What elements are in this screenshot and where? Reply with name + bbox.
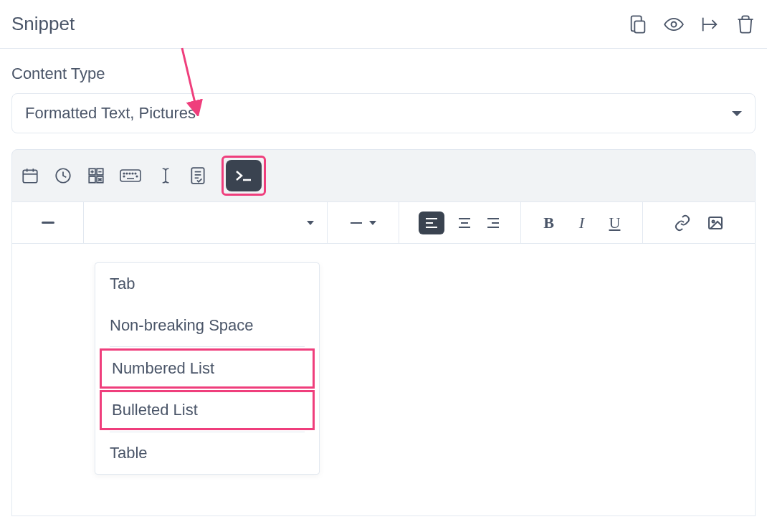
menu-divider: [110, 346, 305, 347]
italic-button[interactable]: I: [573, 214, 591, 232]
bold-button[interactable]: B: [540, 214, 558, 232]
svg-point-25: [129, 173, 130, 174]
style-dropdown[interactable]: [84, 202, 328, 243]
media-group: [643, 202, 755, 243]
svg-point-29: [136, 176, 138, 177]
svg-point-23: [123, 173, 125, 174]
svg-rect-0: [634, 21, 644, 32]
svg-point-26: [132, 173, 133, 174]
menu-item-nbsp[interactable]: Non-breaking Space: [95, 305, 319, 346]
toolbar-format: B I U: [11, 202, 756, 244]
svg-rect-14: [89, 176, 95, 183]
svg-point-1: [672, 22, 677, 27]
svg-point-24: [126, 173, 128, 174]
menu-item-numbered-list[interactable]: Numbered List: [100, 348, 315, 389]
clock-icon[interactable]: [54, 166, 72, 185]
script-button[interactable]: [226, 160, 262, 191]
header-actions: [628, 14, 756, 34]
align-left-button[interactable]: [419, 212, 444, 234]
chevron-down-icon: [307, 221, 314, 225]
content-type-value: Formatted Text, Pictures: [25, 104, 196, 123]
highlight-terminal: [221, 156, 266, 196]
chevron-down-icon: [369, 221, 376, 225]
menu-item-table[interactable]: Table: [95, 432, 319, 474]
calendar-icon[interactable]: [21, 166, 39, 185]
snippet-icon[interactable]: [189, 166, 207, 185]
alignment-group: [399, 202, 521, 243]
content-type-label: Content Type: [0, 49, 767, 93]
dash-icon: [42, 222, 54, 224]
toolbar-insert: [11, 149, 756, 202]
link-icon[interactable]: [674, 214, 691, 232]
text-cursor-icon[interactable]: [156, 166, 174, 185]
size-dropdown[interactable]: [328, 202, 399, 243]
menu-item-bulleted-list[interactable]: Bulleted List: [100, 390, 315, 430]
chevron-down-icon: [732, 111, 742, 116]
menu-item-tab[interactable]: Tab: [95, 263, 319, 305]
text-style-group: B I U: [521, 202, 643, 243]
indent-cell[interactable]: [12, 202, 84, 243]
export-icon[interactable]: [700, 14, 720, 34]
underline-button[interactable]: U: [606, 214, 624, 232]
header-bar: Snippet: [0, 0, 767, 49]
copy-icon[interactable]: [628, 14, 648, 34]
page-title: Snippet: [11, 13, 75, 35]
delete-icon[interactable]: [735, 14, 756, 34]
image-icon[interactable]: [707, 214, 724, 232]
insert-dropdown: Tab Non-breaking Space Numbered List Bul…: [95, 262, 320, 475]
align-right-button[interactable]: [485, 214, 502, 232]
svg-point-27: [135, 173, 136, 174]
form-icon[interactable]: [87, 166, 105, 185]
svg-point-28: [123, 176, 125, 177]
keyboard-icon[interactable]: [120, 168, 141, 184]
content-type-select[interactable]: Formatted Text, Pictures: [11, 93, 756, 133]
dash-icon: [351, 222, 362, 224]
svg-point-47: [713, 220, 715, 222]
preview-icon[interactable]: [664, 14, 684, 34]
svg-rect-4: [23, 170, 37, 182]
align-center-button[interactable]: [456, 214, 473, 232]
